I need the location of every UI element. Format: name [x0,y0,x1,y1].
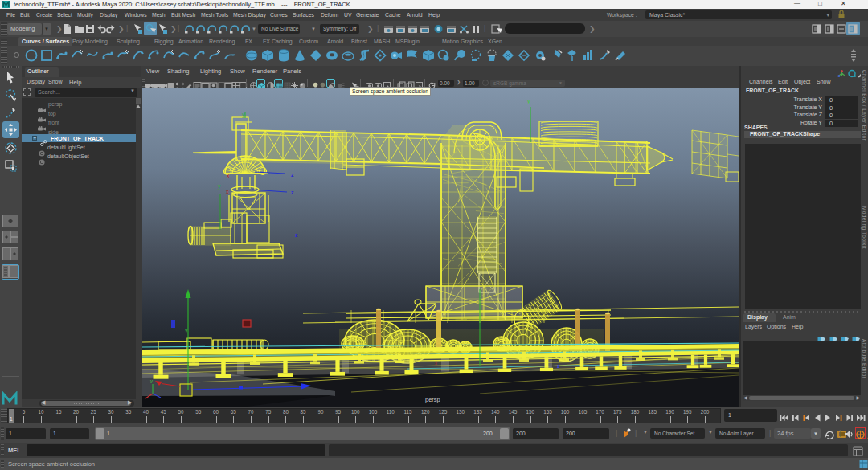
svg-text:y: y [150,378,153,383]
svg-text:x: x [226,189,229,194]
svg-text:x: x [435,361,437,366]
svg-text:y: y [242,112,245,118]
svg-text:persp: persp [425,396,440,403]
svg-text:z: z [291,172,294,178]
svg-text:z: z [295,232,298,238]
svg-text:y: y [527,98,530,104]
svg-text:z: z [291,190,294,195]
svg-text:y: y [185,327,188,333]
svg-text:x: x [227,173,230,178]
svg-text:y: y [218,183,221,190]
